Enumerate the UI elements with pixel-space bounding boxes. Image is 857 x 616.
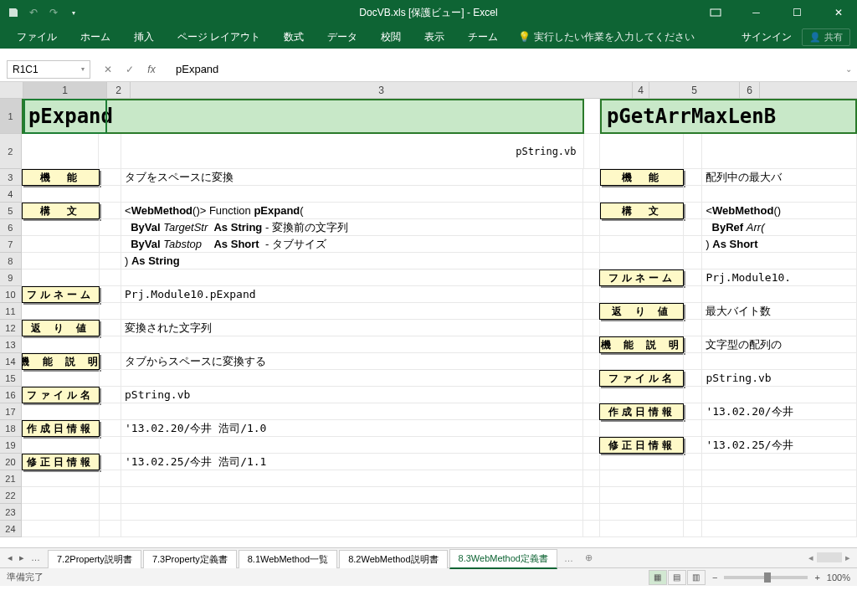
add-sheet-icon[interactable]: ⊕: [578, 552, 599, 563]
label-shusei[interactable]: 修正日情報: [22, 454, 100, 470]
zoom-out-icon[interactable]: −: [712, 572, 717, 583]
cell[interactable]: Prj.Module10.: [702, 270, 857, 286]
cell[interactable]: [684, 320, 703, 336]
cell[interactable]: [702, 253, 857, 270]
cell[interactable]: [684, 253, 703, 270]
label-sakusei-r[interactable]: 作成日情報: [599, 403, 683, 420]
cell[interactable]: [100, 370, 121, 387]
cell[interactable]: [583, 504, 599, 521]
row-header[interactable]: 19: [0, 437, 22, 454]
cell[interactable]: <WebMethod(): [702, 203, 857, 219]
cell[interactable]: [583, 186, 599, 203]
redo-icon[interactable]: ↷: [47, 6, 60, 19]
cell[interactable]: [583, 521, 599, 537]
cell-kinou[interactable]: タブをスペースに変換: [121, 169, 583, 186]
fx-icon[interactable]: fx: [144, 64, 159, 75]
cell[interactable]: [684, 403, 703, 420]
col-header[interactable]: 2: [107, 82, 131, 98]
cell[interactable]: [583, 253, 599, 270]
row-header[interactable]: 17: [0, 403, 22, 420]
cell[interactable]: [583, 353, 599, 370]
cell[interactable]: [100, 320, 121, 336]
cell[interactable]: [121, 487, 583, 504]
sheet-tab[interactable]: 8.1WebMethod一覧: [239, 550, 337, 568]
label-file-r[interactable]: ファイル名: [599, 370, 683, 387]
undo-icon[interactable]: ↶: [27, 6, 40, 19]
cell-setsumei[interactable]: タブからスペースに変換する: [121, 353, 583, 370]
cell[interactable]: [121, 303, 583, 320]
cell-sakusei[interactable]: '13.02.20/今井 浩司/1.0: [121, 420, 583, 437]
cell[interactable]: [22, 403, 100, 420]
row-header[interactable]: 13: [0, 336, 22, 353]
cell[interactable]: [600, 353, 684, 370]
zoom-slider[interactable]: [724, 576, 808, 579]
cell[interactable]: [702, 420, 857, 437]
cancel-formula-icon[interactable]: ✕: [100, 64, 115, 75]
cell[interactable]: [583, 169, 599, 186]
cell[interactable]: [583, 270, 599, 286]
cell-subtitle[interactable]: pString.vb: [121, 134, 584, 169]
cell[interactable]: [583, 236, 599, 253]
sheet-tab[interactable]: 7.2Property説明書: [48, 550, 141, 568]
cell[interactable]: [121, 403, 583, 420]
sheet-tab-active[interactable]: 8.3WebMethod定義書: [449, 549, 557, 569]
label-fullname[interactable]: フルネーム: [22, 286, 100, 303]
cell[interactable]: [583, 454, 599, 470]
cell-koubun4[interactable]: ) As String: [121, 253, 583, 270]
cell[interactable]: [702, 454, 857, 470]
cell[interactable]: 文字型の配列の: [702, 336, 857, 353]
cell[interactable]: [100, 470, 121, 487]
col-header[interactable]: 6: [740, 82, 760, 98]
cell[interactable]: [100, 454, 121, 470]
row-header[interactable]: 12: [0, 320, 22, 336]
tab-view[interactable]: 表示: [414, 27, 454, 48]
cell[interactable]: [100, 387, 121, 403]
cell[interactable]: [684, 487, 703, 504]
cell[interactable]: [100, 336, 121, 353]
cell[interactable]: [121, 521, 583, 537]
qat-dropdown-icon[interactable]: ▾: [67, 6, 80, 19]
hscroll-right-icon[interactable]: ▸: [845, 552, 850, 563]
row-header[interactable]: 14: [0, 353, 22, 370]
cell[interactable]: [100, 270, 121, 286]
cell[interactable]: [583, 387, 599, 403]
cell[interactable]: [600, 320, 684, 336]
cell[interactable]: [22, 219, 100, 236]
cell[interactable]: [684, 353, 703, 370]
cell[interactable]: 最大バイト数: [702, 303, 857, 320]
cell[interactable]: [584, 134, 600, 169]
cell[interactable]: [583, 286, 599, 303]
cell-shusei[interactable]: '13.02.25/今井 浩司/1.1: [121, 454, 583, 470]
label-koubun[interactable]: 構 文: [22, 203, 100, 219]
cell[interactable]: [600, 420, 684, 437]
tab-nav-prev-icon[interactable]: ▸: [17, 552, 27, 563]
cell[interactable]: [684, 286, 703, 303]
cell[interactable]: [702, 286, 857, 303]
cell[interactable]: [684, 270, 703, 286]
cell[interactable]: [600, 504, 684, 521]
row-header[interactable]: 5: [0, 203, 22, 219]
row-header[interactable]: 2: [0, 134, 22, 169]
label-setsumei-r[interactable]: 機 能 説 明: [599, 336, 683, 353]
cell-file[interactable]: pString.vb: [121, 387, 583, 403]
cell[interactable]: [22, 270, 100, 286]
cell[interactable]: [583, 437, 599, 454]
cell[interactable]: [22, 134, 100, 169]
cell[interactable]: [121, 437, 583, 454]
cell[interactable]: [121, 270, 583, 286]
cell[interactable]: [702, 504, 857, 521]
cell-title-right[interactable]: pGetArrMaxLenB: [600, 99, 857, 134]
accept-formula-icon[interactable]: ✓: [122, 64, 137, 75]
cell-koubun1[interactable]: <WebMethod()> Function pExpand(: [121, 203, 583, 219]
close-button[interactable]: ✕: [819, 0, 857, 25]
save-icon[interactable]: [7, 6, 20, 19]
cell[interactable]: [583, 320, 599, 336]
cell[interactable]: [684, 203, 703, 219]
select-all-corner[interactable]: [0, 82, 23, 98]
cell[interactable]: [583, 303, 599, 320]
cell[interactable]: [22, 186, 100, 203]
cell[interactable]: pString.vb: [702, 370, 857, 387]
maximize-button[interactable]: ☐: [778, 0, 816, 25]
label-sakusei[interactable]: 作成日情報: [22, 420, 100, 437]
cell[interactable]: [100, 236, 121, 253]
